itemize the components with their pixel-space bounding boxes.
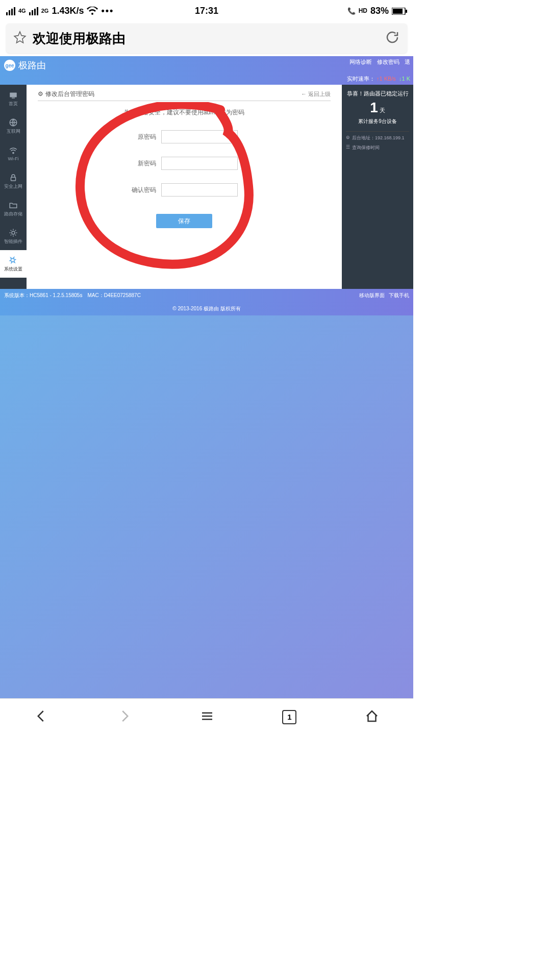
sidebar: 首页 互联网 Wi-Fi 安全上网 路由存储 智能插件 系统设置 xyxy=(0,85,27,289)
svg-point-14 xyxy=(13,152,14,153)
hd-call-icon: 📞 xyxy=(347,7,356,15)
svg-rect-15 xyxy=(11,177,16,181)
device-count: 累计服务9台设备 xyxy=(346,118,409,125)
browser-address-bar[interactable]: 欢迎使用极路由 xyxy=(6,23,407,53)
brand-logo-icon: gee xyxy=(4,60,15,71)
sidebar-item-internet[interactable]: 互联网 xyxy=(0,112,27,140)
rate-label: 实时速率： xyxy=(347,76,375,82)
new-password-label: 新密码 xyxy=(131,159,156,168)
sidebar-item-label: 路由存储 xyxy=(4,211,22,217)
link-network-diag[interactable]: 网络诊断 xyxy=(349,58,372,66)
reload-icon[interactable] xyxy=(385,30,400,47)
net-4g-label: 4G xyxy=(18,8,26,14)
signal-2g-icon xyxy=(29,6,38,16)
link-icon: ⊚ xyxy=(346,135,350,141)
footer-bar: 系统版本：HC5861 - 1.2.5.15805s MAC：D4EE07258… xyxy=(0,289,413,302)
brand-name: 极路由 xyxy=(18,59,46,71)
nav-home-icon[interactable] xyxy=(364,708,380,726)
net-speed: 1.43K/s xyxy=(52,6,84,16)
sidebar-item-label: 安全上网 xyxy=(4,183,22,190)
nav-tabs-button[interactable]: 1 xyxy=(282,710,296,724)
sidebar-item-label: 智能插件 xyxy=(4,238,22,245)
tab-count: 1 xyxy=(287,713,291,721)
old-password-input[interactable] xyxy=(161,130,238,143)
battery-pct: 83% xyxy=(370,6,389,16)
nav-forward-icon[interactable] xyxy=(117,708,132,726)
wifi-icon xyxy=(87,6,98,16)
backend-ip: 192.168.199.1 xyxy=(375,135,405,140)
panel-title: 修改后台管理密码 xyxy=(45,90,94,97)
svg-rect-7 xyxy=(37,7,38,15)
hd-label: HD xyxy=(359,7,367,14)
new-password-input[interactable] xyxy=(161,157,238,170)
more-dots-icon: ••• xyxy=(101,6,114,16)
svg-rect-9 xyxy=(393,9,403,14)
svg-point-16 xyxy=(12,231,15,234)
back-link[interactable]: ← 返回上级 xyxy=(301,90,331,98)
battery-icon xyxy=(392,6,407,16)
backend-label: 后台地址： xyxy=(352,135,375,140)
link-logout[interactable]: 退 xyxy=(405,58,410,66)
favorite-star-icon[interactable] xyxy=(13,31,27,46)
svg-rect-4 xyxy=(29,12,31,15)
status-column: 恭喜！路由器已稳定运行 1 天 累计服务9台设备 ⊚后台地址：192.168.1… xyxy=(342,85,413,289)
confirm-password-input[interactable] xyxy=(161,183,238,197)
nav-menu-icon[interactable] xyxy=(199,708,215,726)
page-background-gradient xyxy=(0,315,413,702)
rate-download: 1 K xyxy=(402,76,410,82)
warranty-link[interactable]: 查询保修时间 xyxy=(352,144,380,151)
sidebar-item-label: Wi-Fi xyxy=(8,156,19,161)
phone-status-bar: 4G 2G 1.43K/s ••• 17:31 📞 HD 83% xyxy=(0,0,413,21)
sidebar-item-wifi[interactable]: Wi-Fi xyxy=(0,140,27,167)
version-info: 系统版本：HC5861 - 1.2.5.15805s MAC：D4EE07258… xyxy=(4,292,141,299)
sidebar-item-storage[interactable]: 路由存储 xyxy=(0,195,27,223)
sidebar-item-label: 系统设置 xyxy=(4,266,22,273)
confirm-password-label: 确认密码 xyxy=(131,186,156,194)
mobile-view-link[interactable]: 移动版界面 xyxy=(359,292,385,298)
net-2g-label: 2G xyxy=(41,8,49,14)
svg-rect-2 xyxy=(11,9,13,15)
router-header: gee 极路由 网络诊断 修改密码 退 实时速率： ↑1 KB/s ↓1 K xyxy=(0,56,413,85)
page-title: 欢迎使用极路由 xyxy=(33,30,379,47)
copyright: © 2013-2016 极路由 版权所有 xyxy=(0,302,413,315)
nav-back-icon[interactable] xyxy=(34,708,49,726)
sidebar-item-settings[interactable]: 系统设置 xyxy=(0,250,27,278)
svg-rect-6 xyxy=(34,9,36,15)
clock: 17:31 xyxy=(195,6,218,16)
old-password-label: 原密码 xyxy=(131,133,156,141)
svg-rect-12 xyxy=(12,97,15,99)
rate-upload: 1 KB/s xyxy=(379,76,395,82)
svg-rect-3 xyxy=(14,7,15,15)
security-hint: 为了网络安全，建议不要使用admin作为密码 xyxy=(38,108,331,117)
signal-4g-icon xyxy=(6,6,15,16)
svg-rect-0 xyxy=(6,12,8,15)
svg-rect-11 xyxy=(10,92,17,97)
uptime-congrats: 恭喜！路由器已稳定运行 xyxy=(346,90,409,97)
uptime-days: 1 xyxy=(370,100,378,115)
list-icon: ☰ xyxy=(346,144,350,151)
gear-icon: ⚙ xyxy=(38,90,43,97)
uptime-unit: 天 xyxy=(380,107,385,113)
sidebar-item-label: 首页 xyxy=(9,101,18,107)
sidebar-item-home[interactable]: 首页 xyxy=(0,85,27,112)
browser-bottom-nav: 1 xyxy=(0,698,413,735)
svg-rect-10 xyxy=(406,10,407,13)
svg-rect-5 xyxy=(32,10,33,15)
download-app-link[interactable]: 下载手机 xyxy=(389,292,409,298)
save-button[interactable]: 保存 xyxy=(156,214,212,228)
main-panel: ⚙修改后台管理密码 ← 返回上级 为了网络安全，建议不要使用admin作为密码 … xyxy=(27,85,342,289)
link-change-password[interactable]: 修改密码 xyxy=(377,58,399,66)
sidebar-item-security[interactable]: 安全上网 xyxy=(0,167,27,195)
sidebar-item-plugins[interactable]: 智能插件 xyxy=(0,223,27,250)
sidebar-item-label: 互联网 xyxy=(7,128,20,135)
svg-rect-1 xyxy=(9,10,10,15)
